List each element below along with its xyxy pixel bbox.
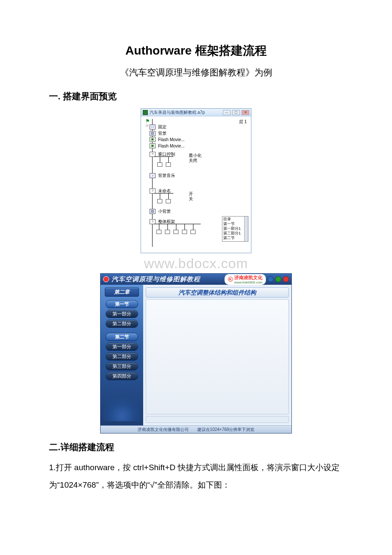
aw-titlebar: 汽车美容与装饰图解教程.a7p — ▢ ✕ — [141, 109, 251, 116]
list-item[interactable]: 第一节 — [223, 222, 247, 226]
maximize-button[interactable]: ▢ — [232, 110, 240, 115]
node-flash-2[interactable]: ▣Flash Movie... — [150, 143, 184, 148]
node-label: 小背景 — [158, 208, 171, 214]
node-label: Flash Movie... — [158, 137, 184, 142]
branch-labels-window: 最小化关闭 — [189, 153, 202, 163]
node-flash-1[interactable]: ▣Flash Movie... — [150, 137, 184, 142]
aw-app-icon — [143, 110, 148, 115]
nav-s2-part3[interactable]: 第三部分 — [106, 362, 138, 370]
list-item[interactable]: 第一部分1 — [223, 226, 247, 231]
close-button[interactable] — [283, 276, 289, 282]
watermark: www.bdocx.com — [49, 256, 343, 272]
branch-leaf[interactable] — [157, 162, 162, 167]
main-pane: 汽车空调整体结构和组件结构 — [143, 285, 291, 425]
brand-badge: K 济南凌凯文化 www.link6868.com — [225, 274, 266, 285]
app-window: 汽车空调原理与维修图解教程 K 济南凌凯文化 www.link6868.com … — [100, 273, 292, 434]
branch-leaf[interactable] — [173, 230, 179, 234]
node-label: 固定 — [158, 124, 167, 130]
minimize-button[interactable] — [275, 276, 281, 282]
branch-leaf[interactable] — [166, 199, 171, 203]
sidebar: 第二章 第一节 第一部分 第二部分 第二节 第一部分 第二部分 第三部分 第四部… — [101, 285, 143, 425]
node-background[interactable]: ▧背景 — [150, 130, 167, 136]
branch-leaf[interactable] — [182, 230, 187, 234]
scrollbar[interactable] — [244, 216, 248, 242]
sound-toggle-button[interactable] — [268, 276, 274, 282]
sidebar-decoration — [101, 396, 143, 421]
layer-label: 层 1 — [239, 119, 247, 125]
node-fixed[interactable]: □固定 — [150, 124, 167, 130]
node-label: 背景音乐 — [158, 173, 175, 179]
app-title: 汽车空调原理与维修图解教程 — [112, 275, 225, 283]
doc-subtitle: 《汽车空调原理与维修图解教程》为例 — [49, 66, 343, 78]
close-button[interactable]: ✕ — [242, 110, 249, 115]
aw-title-text: 汽车美容与装饰图解教程.a7p — [150, 110, 221, 116]
brand-url: www.link6868.com — [234, 281, 262, 284]
nav-s2-part2[interactable]: 第二部分 — [106, 353, 138, 361]
section-2-heading: 二.详细搭建流程 — [49, 441, 343, 453]
aw-canvas: 层 1 ⚑ ☞ □固定 ▧背景 ▣Flash Movie... ▣Flash M… — [141, 116, 251, 253]
minimize-button[interactable]: — — [223, 110, 231, 115]
list-item[interactable]: 第二节 — [223, 236, 247, 240]
paragraph-1: 1.打开 authorware，按 ctrl+Shift+D 快捷方式调出属性面… — [49, 459, 343, 494]
brand-name: 济南凌凯文化 — [234, 275, 262, 280]
node-label: Flash Movie... — [158, 144, 184, 148]
app-titlebar: 汽车空调原理与维修图解教程 K 济南凌凯文化 www.link6868.com — [101, 274, 291, 285]
node-bgm[interactable]: ♪背景音乐 — [150, 173, 175, 179]
node-small-bg[interactable]: ▧小背景 — [150, 208, 171, 214]
branch-labels-switch: 开关 — [189, 191, 193, 202]
status-strip — [146, 416, 289, 423]
nav-s1-part1[interactable]: 第一部分 — [106, 310, 138, 318]
section-1-heading: 一. 搭建界面预览 — [49, 90, 343, 102]
nav-s2-part4[interactable]: 第四部分 — [106, 372, 138, 380]
branch-leaf[interactable] — [166, 162, 171, 167]
branch-leaf[interactable] — [190, 230, 196, 234]
branch-leaf[interactable] — [156, 230, 161, 234]
nav-s2-part1[interactable]: 第一部分 — [106, 343, 138, 351]
pane-title: 汽车空调整体结构和组件结构 — [146, 287, 289, 298]
branch-leaf[interactable] — [165, 230, 170, 234]
doc-title: Authorware 框架搭建流程 — [49, 43, 343, 59]
framework-list[interactable]: 目录 第一节 第一部分1 第二部分1 第二节 — [222, 216, 248, 242]
app-logo-icon — [103, 276, 109, 282]
authorware-window: 汽车美容与装饰图解教程.a7p — ▢ ✕ 层 1 ⚑ ☞ □固定 ▧背景 ▣F… — [141, 108, 251, 253]
branch-leaf[interactable] — [157, 199, 162, 203]
brand-k-icon: K — [228, 277, 233, 282]
nav-section-1[interactable]: 第一节 — [106, 300, 138, 308]
list-item[interactable]: 目录 — [223, 217, 247, 222]
content-area — [146, 299, 289, 414]
hand-icon: ☞ — [145, 123, 149, 128]
nav-section-2[interactable]: 第二节 — [106, 333, 138, 341]
app-footer: 济南凌凯文化传播有限公司 建议在1024×768分辨率下浏览 — [101, 425, 291, 433]
nav-s1-part2[interactable]: 第二部分 — [106, 320, 138, 328]
list-item[interactable]: 第二部分1 — [223, 231, 247, 236]
node-label: 背景 — [158, 130, 167, 136]
chapter-tab[interactable]: 第二章 — [105, 287, 139, 297]
app-body: 第二章 第一节 第一部分 第二部分 第二节 第一部分 第二部分 第三部分 第四部… — [101, 285, 291, 425]
